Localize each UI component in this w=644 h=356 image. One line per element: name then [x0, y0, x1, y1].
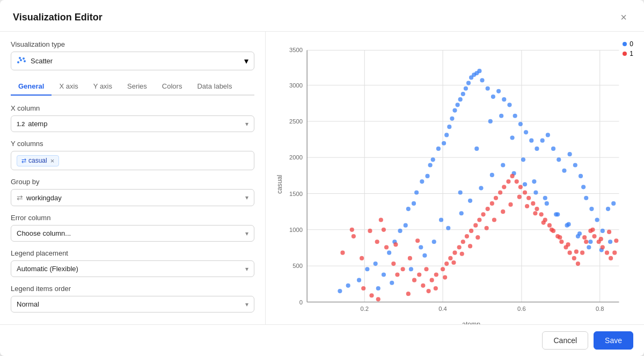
svg-point-126 [360, 256, 364, 260]
legend-placement-label: Legend placement [11, 249, 254, 257]
svg-point-162 [526, 196, 531, 200]
svg-point-195 [451, 260, 456, 265]
error-column-select[interactable]: Choose column... ▾ [11, 225, 254, 242]
svg-point-91 [458, 190, 463, 194]
svg-point-4 [19, 57, 21, 59]
svg-point-196 [460, 252, 464, 256]
svg-point-210 [574, 250, 579, 254]
y-axis-label: casual [276, 175, 283, 194]
svg-point-31 [338, 289, 342, 293]
svg-point-156 [502, 185, 506, 189]
svg-point-62 [477, 69, 481, 73]
svg-point-137 [421, 284, 425, 288]
svg-point-46 [428, 163, 433, 167]
svg-point-129 [379, 217, 383, 222]
svg-point-113 [501, 163, 505, 167]
svg-point-172 [568, 251, 572, 255]
svg-point-47 [431, 157, 435, 162]
vis-type-select[interactable]: Scatter ▾ [11, 52, 254, 70]
svg-point-67 [502, 97, 506, 101]
svg-point-149 [473, 223, 478, 228]
svg-point-207 [550, 228, 554, 232]
svg-point-51 [447, 125, 451, 129]
svg-point-214 [607, 230, 611, 234]
close-button[interactable]: × [616, 10, 631, 25]
svg-text:2000: 2000 [289, 154, 303, 161]
cancel-button[interactable]: Cancel [542, 331, 588, 350]
svg-point-203 [517, 195, 522, 199]
legend-placement-value: Automatic (Flexible) [17, 265, 243, 273]
svg-point-165 [539, 212, 544, 216]
svg-point-95 [510, 135, 514, 140]
svg-point-193 [434, 286, 438, 290]
modal-body: Visualization type Scatter ▾ [0, 32, 644, 324]
svg-point-202 [508, 202, 513, 207]
svg-point-131 [391, 261, 396, 266]
svg-point-163 [531, 201, 535, 206]
x-column-select[interactable]: 1.2 atemp ▾ [11, 115, 254, 132]
svg-point-39 [398, 229, 402, 233]
svg-point-183 [612, 251, 617, 255]
svg-point-75 [546, 133, 550, 137]
tab-series[interactable]: Series [120, 78, 155, 96]
svg-point-115 [523, 182, 527, 186]
legend-items-order-select[interactable]: Normal ▾ [11, 296, 254, 313]
svg-point-34 [365, 267, 369, 271]
x-column-type-icon: 1.2 [17, 121, 25, 127]
svg-point-191 [415, 238, 420, 243]
svg-text:0.2: 0.2 [360, 306, 369, 312]
svg-point-116 [533, 190, 538, 194]
svg-point-140 [434, 272, 438, 277]
svg-point-158 [510, 174, 514, 178]
svg-point-121 [588, 239, 592, 244]
legend-items-order-chevron-icon: ▾ [245, 301, 248, 308]
tab-colors[interactable]: Colors [155, 78, 190, 96]
tag-type-icon: ⇄ [21, 157, 26, 164]
svg-point-133 [401, 267, 405, 271]
tag-remove-button[interactable]: × [50, 157, 55, 165]
tabs-container: General X axis Y axis Series Colors Data… [11, 78, 254, 96]
y-columns-box[interactable]: ⇄ casual × [11, 151, 254, 170]
group-by-select[interactable]: ⇄ workingday ▾ [11, 189, 254, 206]
vis-type-value: Scatter [31, 57, 244, 65]
svg-point-0 [17, 61, 19, 63]
tab-x-axis[interactable]: X axis [52, 78, 85, 96]
scatter-chart: casual atemp [274, 38, 635, 324]
tab-y-axis[interactable]: Y axis [86, 78, 120, 96]
tab-general[interactable]: General [11, 78, 52, 96]
x-axis-label: atemp [462, 321, 480, 324]
svg-point-89 [419, 245, 423, 249]
legend-placement-select[interactable]: Automatic (Flexible) ▾ [11, 260, 254, 277]
svg-point-93 [488, 119, 493, 123]
svg-point-150 [477, 217, 481, 222]
svg-point-112 [490, 173, 494, 177]
svg-point-43 [414, 190, 419, 194]
svg-text:2500: 2500 [289, 118, 303, 125]
svg-point-50 [444, 133, 449, 137]
svg-point-161 [523, 190, 527, 194]
svg-point-178 [592, 234, 596, 238]
svg-point-132 [395, 272, 399, 277]
svg-point-106 [422, 253, 427, 258]
svg-point-97 [532, 179, 536, 184]
tab-data-labels[interactable]: Data labels [189, 78, 239, 96]
svg-point-135 [412, 278, 416, 282]
svg-text:3000: 3000 [289, 82, 303, 89]
vis-type-group: Visualization type Scatter ▾ [11, 40, 254, 70]
svg-point-80 [573, 163, 577, 167]
svg-point-55 [458, 97, 463, 101]
svg-point-1 [20, 59, 22, 61]
svg-point-86 [601, 229, 605, 233]
svg-point-204 [525, 204, 529, 208]
svg-point-198 [475, 235, 480, 239]
svg-point-190 [406, 292, 411, 296]
svg-point-54 [456, 103, 460, 107]
legend-dot-0 [623, 42, 627, 46]
svg-point-138 [426, 289, 430, 293]
svg-point-208 [558, 235, 562, 239]
save-button[interactable]: Save [594, 331, 633, 350]
svg-point-153 [490, 201, 494, 206]
svg-point-44 [420, 179, 424, 184]
svg-point-200 [492, 217, 496, 222]
svg-point-36 [382, 272, 386, 277]
